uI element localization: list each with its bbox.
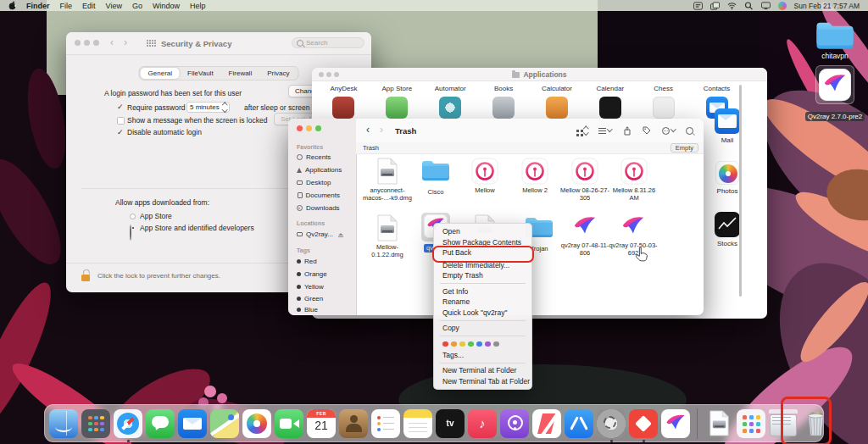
sidebar-tag-green[interactable]: Green [297, 295, 323, 302]
vertical-scrollbar[interactable] [739, 85, 742, 297]
app-label-books[interactable]: Books [477, 85, 531, 92]
dock-item-news[interactable] [532, 409, 561, 438]
menu-view[interactable]: View [106, 2, 122, 10]
menu-window[interactable]: Window [153, 2, 180, 10]
wifi-icon[interactable] [727, 2, 737, 10]
applications-titlebar[interactable]: Applications [312, 68, 767, 81]
app-icon[interactable] [439, 97, 461, 119]
sidebar-item-documents[interactable]: Documents [297, 191, 340, 199]
dock-item-maps[interactable] [210, 409, 239, 438]
empty-trash-button[interactable]: Empty [670, 143, 698, 153]
sidebar-tag-blue[interactable]: Blue [297, 306, 318, 314]
sidebar-tag-red[interactable]: Red [297, 258, 317, 265]
app-item-mail[interactable]: Mail [702, 108, 753, 144]
dock-item-applications-stack[interactable] [737, 409, 765, 438]
dock-item-facetime[interactable] [275, 409, 303, 438]
sidebar-item-applications[interactable]: Applications [297, 166, 342, 174]
app-label-calculator[interactable]: Calculator [531, 85, 584, 92]
display-icon[interactable] [761, 2, 771, 10]
dock-item-launchpad[interactable] [81, 409, 110, 438]
sidebar-item-downloads[interactable]: Downloads [297, 204, 340, 212]
unlocked-padlock-icon[interactable] [81, 269, 91, 281]
siri-icon[interactable] [778, 2, 787, 10]
dock-item-safari[interactable] [114, 409, 142, 438]
tab-filevault[interactable]: FileVault [180, 68, 221, 79]
forward-button[interactable]: › [380, 124, 383, 136]
app-icon[interactable] [653, 97, 675, 119]
dock-item-system-preferences[interactable] [597, 409, 626, 438]
minimize-button[interactable] [306, 125, 312, 131]
sidebar-tag-orange[interactable]: Orange [297, 270, 327, 278]
sidebar-item-desktop[interactable]: Desktop [297, 179, 331, 186]
sidebar-item-recents[interactable]: Recents [297, 153, 331, 161]
more-actions-button[interactable] [662, 127, 676, 135]
dock-item-notes[interactable] [403, 409, 432, 438]
minimize-button[interactable] [84, 40, 90, 46]
app-item-photos[interactable]: Photos [702, 161, 753, 195]
menu-item-tags[interactable]: Tags... [434, 350, 531, 361]
file-mellow-2[interactable]: Mellow 2 [510, 158, 559, 194]
file-mellow-dmg[interactable]: Mellow-0.1.22.dmg [363, 214, 412, 258]
dock-item-photos[interactable] [242, 409, 271, 438]
tab-firewall[interactable]: Firewall [221, 68, 260, 79]
show-all-icon[interactable] [147, 40, 148, 42]
tag-color-gray[interactable] [493, 341, 499, 347]
menu-item-empty-trash[interactable]: Empty Trash [434, 270, 531, 281]
close-button[interactable] [297, 125, 303, 131]
search-icon[interactable] [686, 127, 693, 135]
dock-item-dmg-document[interactable] [704, 409, 733, 438]
app-icon[interactable] [546, 97, 568, 119]
screen-mirroring-icon[interactable] [710, 2, 720, 10]
sidebar-tag-yellow[interactable]: Yellow [297, 283, 324, 291]
group-by-button[interactable] [598, 130, 612, 131]
file-mellow-08-26[interactable]: Mellow 08-26-27-305 [560, 158, 609, 202]
menu-item-open[interactable]: Open [434, 226, 531, 237]
close-button[interactable] [75, 40, 81, 46]
back-button[interactable]: ‹ [110, 36, 114, 48]
show-message-checkbox[interactable] [117, 117, 125, 125]
file-qv2ray-0748[interactable]: qv2ray 07-48-11-806 [560, 214, 609, 257]
forward-button[interactable]: › [124, 36, 127, 48]
dock-item-mail[interactable] [178, 409, 207, 438]
tag-color-yellow[interactable] [459, 341, 465, 347]
sidebar-item-qv2ray-volume[interactable]: Qv2ray... [297, 230, 343, 238]
app-label-calendar[interactable]: Calendar [583, 85, 637, 92]
eject-icon[interactable] [338, 233, 343, 236]
interval-select[interactable]: 5 minutes [186, 102, 230, 113]
radio-app-store[interactable] [130, 214, 136, 219]
app-icon[interactable] [492, 97, 515, 119]
app-icon[interactable] [332, 97, 354, 119]
disable-auto-login-check-icon[interactable]: ✓ [117, 129, 124, 136]
dock-item-contacts[interactable] [339, 409, 368, 438]
file-cisco-folder[interactable]: Cisco [411, 159, 460, 196]
menu-edit[interactable]: Edit [82, 2, 96, 10]
dock-item-qv2ray[interactable] [661, 409, 690, 438]
tag-color-purple[interactable] [485, 341, 491, 347]
app-item-stocks[interactable]: Stocks [702, 212, 753, 247]
dock-item-music[interactable]: ♪ [468, 409, 497, 438]
icon-view-button[interactable] [576, 127, 588, 135]
menu-help[interactable]: Help [190, 2, 206, 10]
share-icon[interactable] [623, 126, 632, 136]
menu-item-get-info[interactable]: Get Info [434, 286, 531, 297]
file-qv2ray-0750[interactable]: qv2ray 07-50-03-692 [609, 214, 658, 257]
dock-item-messages[interactable] [146, 409, 175, 438]
menu-go[interactable]: Go [132, 2, 142, 10]
require-password-check-icon[interactable]: ✓ [117, 103, 124, 110]
input-source-icon[interactable] [693, 2, 703, 10]
tab-privacy[interactable]: Privacy [259, 68, 297, 79]
security-titlebar[interactable]: ‹ › Security & Privacy Search [66, 32, 371, 55]
menu-finder[interactable]: Finder [26, 2, 50, 10]
app-label-chess[interactable]: Chess [637, 85, 690, 92]
file-mellow[interactable]: Mellow [460, 158, 509, 194]
app-label-contacts[interactable]: Contacts [690, 85, 743, 92]
dock-item-tv[interactable]: tv [436, 409, 465, 438]
tag-color-blue[interactable] [476, 341, 482, 347]
dock-item-calendar[interactable]: FEB 21 [307, 409, 336, 438]
file-anyconnect-dmg[interactable]: anyconnect-macos-...-k9.dmg [363, 158, 412, 202]
menu-item-copy[interactable]: Copy [434, 323, 531, 334]
tag-icon[interactable] [643, 126, 651, 135]
dock-item-app-store[interactable] [565, 409, 593, 438]
menu-item-new-terminal[interactable]: New Terminal at Folder [434, 365, 531, 376]
dock-item-finder[interactable] [49, 409, 78, 438]
